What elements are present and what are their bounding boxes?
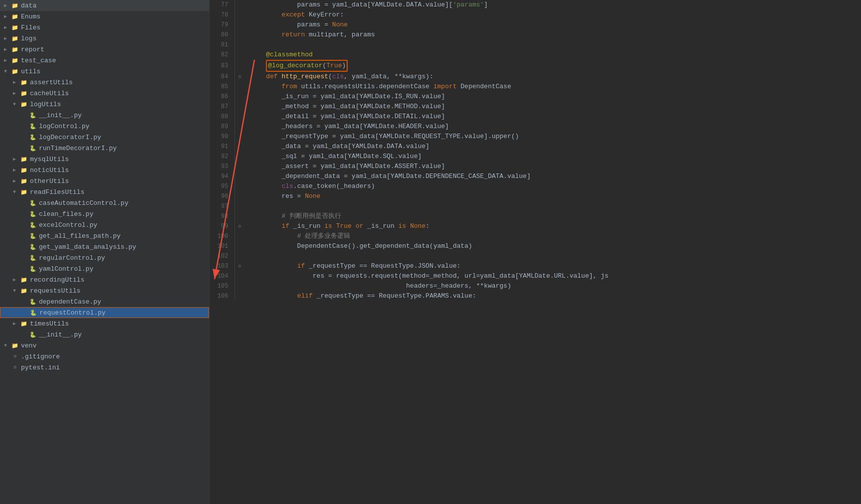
- line-gutter: [234, 82, 244, 92]
- folder-arrow: ▶: [13, 277, 20, 283]
- file-icon: 🐍: [29, 122, 37, 130]
- tree-item-dependentcase[interactable]: ▶ 🐍 dependentCase.py: [0, 296, 209, 307]
- tree-item-assertutils[interactable]: ▶ 📁 assertUtils: [0, 77, 209, 88]
- folder-arrow: ▼: [13, 288, 20, 294]
- tree-item-gitignore[interactable]: ▶ ≡ .gitignore: [0, 351, 209, 362]
- tree-item-regularcontrol[interactable]: ▶ 🐍 regularControl.py: [0, 252, 209, 263]
- code-line-101: 101 DependentCase().get_dependent_data(y…: [210, 241, 861, 251]
- tree-label: test_case: [21, 57, 56, 64]
- file-tree[interactable]: ▶ 📁 data ▶ 📁 Enums ▶ 📁 Files ▶ 📁 logs ▶ …: [0, 0, 210, 504]
- code-line-91: 91 _data = yaml_data[YAMLDate.DATA.value…: [210, 142, 861, 152]
- line-number: 84: [210, 72, 234, 82]
- tree-item-logdecoratori[interactable]: ▶ 🐍 logDecoratorI.py: [0, 132, 209, 143]
- tree-item-yamlcontrol[interactable]: ▶ 🐍 yamlControl.py: [0, 263, 209, 274]
- code-line-85: 85 from utils.requestsUtils.dependentCas…: [210, 82, 861, 92]
- line-number: 96: [210, 191, 234, 201]
- tree-item-get-all-files[interactable]: ▶ 🐍 get_all_files_path.py: [0, 230, 209, 241]
- line-gutter: [234, 60, 244, 72]
- tree-item-runtimedecoratori[interactable]: ▶ 🐍 runTimeDecoratorI.py: [0, 143, 209, 154]
- tree-label: recordingUtils: [30, 276, 84, 284]
- tree-item-cacheutils[interactable]: ▶ 📁 cacheUtils: [0, 88, 209, 99]
- folder-arrow: ▶: [13, 178, 20, 184]
- tree-item-logs[interactable]: ▶ 📁 logs: [0, 33, 209, 44]
- line-code: if _is_run is True or _is_run is None:: [244, 221, 861, 231]
- line-code: if _requestType == RequestType.JSON.valu…: [244, 261, 861, 271]
- line-gutter: ⊖: [234, 261, 244, 271]
- tree-item-readfilesutils[interactable]: ▼ 📁 readFilesUtils: [0, 186, 209, 197]
- file-icon: 🐍: [29, 210, 37, 218]
- code-line-92: 92 _sql = yaml_data[YAMLDate.SQL.value]: [210, 152, 861, 162]
- tree-item-venv[interactable]: ▼ 📁 venv: [0, 340, 209, 351]
- tree-label: get_all_files_path.py: [39, 232, 121, 240]
- code-line-106: 106 elif _requestType == RequestType.PAR…: [210, 291, 861, 301]
- folder-arrow: ▼: [13, 189, 20, 195]
- tree-item-init-log[interactable]: ▶ 🐍 __init__.py: [0, 110, 209, 121]
- tree-item-requestcontrol[interactable]: ▶ 🐍 requestControl.py: [0, 307, 209, 318]
- line-number: 104: [210, 271, 234, 281]
- tree-label: assertUtils: [30, 79, 73, 86]
- code-line-96: 96 res = None: [210, 191, 861, 201]
- tree-label: readFilesUtils: [30, 188, 84, 196]
- tree-item-caseautomatic[interactable]: ▶ 🐍 caseAutomaticControl.py: [0, 197, 209, 208]
- line-code: [244, 251, 861, 261]
- line-code: @classmethod: [244, 50, 861, 60]
- line-code: _sql = yaml_data[YAMLDate.SQL.value]: [244, 152, 861, 162]
- file-icon: 🐍: [29, 221, 37, 229]
- tree-item-utils[interactable]: ▼ 📁 utils: [0, 66, 209, 77]
- tree-item-logcontrol[interactable]: ▶ 🐍 logControl.py: [0, 121, 209, 132]
- file-icon: 🐍: [29, 298, 37, 306]
- folder-arrow: ▶: [4, 24, 11, 30]
- tree-item-requestsutils[interactable]: ▼ 📁 requestsUtils: [0, 285, 209, 296]
- tree-item-otherutils[interactable]: ▶ 📁 otherUtils: [0, 175, 209, 186]
- folder-arrow: ▶: [4, 2, 11, 8]
- line-number: 79: [210, 20, 234, 30]
- tree-item-pytest-ini[interactable]: ▶ ≡ pytest.ini: [0, 362, 209, 373]
- tree-item-enums[interactable]: ▶ 📁 Enums: [0, 11, 209, 22]
- line-code: _headers = yaml_data[YAMLDate.HEADER.val…: [244, 122, 861, 132]
- line-gutter: [234, 251, 244, 261]
- file-icon: 🐍: [29, 232, 37, 240]
- tree-item-get-yaml[interactable]: ▶ 🐍 get_yaml_data_analysis.py: [0, 241, 209, 252]
- line-gutter: [234, 231, 244, 241]
- folder-arrow: ▶: [4, 13, 11, 19]
- tree-label: logUtils: [30, 101, 61, 108]
- code-lines-table: 77 params = yaml_data[YAMLDate.DATA.valu…: [210, 0, 861, 301]
- folder-icon: 📁: [20, 89, 28, 97]
- tree-item-mysqlutils[interactable]: ▶ 📁 mysqlUtils: [0, 154, 209, 165]
- line-gutter: [234, 0, 244, 10]
- tree-item-report[interactable]: ▶ 📁 report: [0, 44, 209, 55]
- folder-arrow: ▼: [4, 69, 11, 74]
- tree-item-init-utils[interactable]: ▶ 🐍 __init__.py: [0, 329, 209, 340]
- tree-item-noticutils[interactable]: ▶ 📁 noticUtils: [0, 165, 209, 175]
- code-line-94: 94 _dependent_data = yaml_data[YAMLDate.…: [210, 171, 861, 181]
- tree-item-timesutils[interactable]: ▶ 📁 timesUtils: [0, 318, 209, 329]
- line-code: _dependent_data = yaml_data[YAMLDate.DEP…: [244, 171, 861, 181]
- code-editor[interactable]: 77 params = yaml_data[YAMLDate.DATA.valu…: [210, 0, 861, 504]
- file-icon: ≡: [11, 363, 19, 371]
- code-line-89: 89 _headers = yaml_data[YAMLDate.HEADER.…: [210, 122, 861, 132]
- folder-arrow: ▶: [13, 321, 20, 327]
- folder-icon: 📁: [11, 45, 19, 53]
- code-line-77: 77 params = yaml_data[YAMLDate.DATA.valu…: [210, 0, 861, 10]
- code-line-98: 98 # 判断用例是否执行: [210, 211, 861, 221]
- tree-label: otherUtils: [30, 177, 69, 185]
- tree-item-excelcontrol[interactable]: ▶ 🐍 excelControl.py: [0, 219, 209, 230]
- file-icon: 🐍: [29, 144, 37, 152]
- tree-label: regularControl.py: [39, 254, 105, 262]
- line-code: params = yaml_data[YAMLDate.DATA.value][…: [244, 0, 861, 10]
- line-gutter: [234, 291, 244, 301]
- tree-item-logutils[interactable]: ▼ 📁 logUtils: [0, 99, 209, 110]
- folder-arrow: ▼: [13, 102, 20, 107]
- tree-item-files[interactable]: ▶ 📁 Files: [0, 22, 209, 33]
- tree-item-test-case[interactable]: ▶ 📁 test_case: [0, 55, 209, 66]
- line-code: return multipart, params: [244, 30, 861, 40]
- tree-item-data[interactable]: ▶ 📁 data: [0, 0, 209, 11]
- tree-item-clean-files[interactable]: ▶ 🐍 clean_files.py: [0, 208, 209, 219]
- line-number: 80: [210, 30, 234, 40]
- tree-label: Files: [21, 24, 40, 31]
- tree-label: noticUtils: [30, 167, 69, 174]
- tree-item-recordingutils[interactable]: ▶ 📁 recordingUtils: [0, 274, 209, 285]
- file-icon: 🐍: [29, 254, 37, 262]
- line-code: # 判断用例是否执行: [244, 211, 861, 221]
- line-code: params = None: [244, 20, 861, 30]
